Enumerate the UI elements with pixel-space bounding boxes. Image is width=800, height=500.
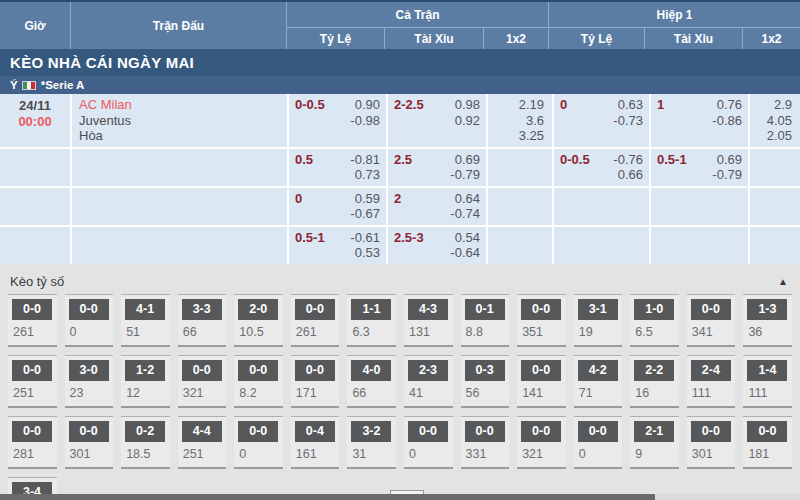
handicap-line: 2-2.5: [394, 97, 424, 144]
score-odds-cell[interactable]: 0-0321: [178, 355, 227, 408]
score-odds-cell[interactable]: 2-341: [404, 355, 453, 408]
handicap-line: 2.5: [394, 152, 412, 183]
handicap-line: 2: [394, 191, 401, 222]
odds-values: 0.69-0.79: [450, 152, 480, 183]
odds-value-bottom: -0.79: [712, 167, 742, 183]
score-odds-cell[interactable]: 0-0341: [687, 294, 736, 347]
score-odds-cell[interactable]: 1-4111: [743, 355, 792, 408]
score-odds-cell[interactable]: 0-4161: [291, 416, 340, 469]
score-odds-cell[interactable]: 4-271: [574, 355, 623, 408]
score-odds-cell[interactable]: 1-06.5: [630, 294, 679, 347]
correct-score-header[interactable]: Kèo tỷ số ▲: [0, 272, 800, 294]
score-odds-cell[interactable]: 0-0261: [8, 294, 57, 347]
h1-1x2-cell[interactable]: 2.94.052.05: [750, 94, 800, 147]
score-odds-cell[interactable]: 4-4251: [178, 416, 227, 469]
handicap-line: 1: [657, 97, 664, 144]
odds-values: 0.90-0.98: [350, 97, 380, 144]
ft-handicap-cell[interactable]: 0.5-0.810.73: [289, 149, 386, 186]
chevron-up-icon[interactable]: ▲: [778, 276, 788, 287]
score-odds-cell[interactable]: 1-16.3: [347, 294, 396, 347]
col-group-fulltime: Cả Trận: [287, 2, 548, 27]
score-odds-cell[interactable]: 4-066: [347, 355, 396, 408]
section-banner-tomorrow-odds: KÈO NHÀ CÁI NGÀY MAI: [0, 49, 800, 76]
ft-1x2-cell[interactable]: 2.193.63.25: [488, 94, 552, 147]
score-odds-cell[interactable]: 0-0181: [743, 416, 792, 469]
odds-values: 0.64-0.74: [450, 191, 480, 222]
score-odds-cell[interactable]: 0-0281: [8, 416, 57, 469]
ft-overunder-cell[interactable]: 2.5-30.54-0.64: [388, 227, 486, 264]
score-odds-cell[interactable]: 0-0141: [517, 355, 566, 408]
away-team[interactable]: Juventus: [79, 113, 281, 129]
h1-handicap-cell[interactable]: 00.63-0.73: [554, 94, 649, 147]
score-odds-cell[interactable]: 0-00: [574, 416, 623, 469]
score-odds-cell[interactable]: 3-231: [347, 416, 396, 469]
score-odds-value: 23: [70, 386, 114, 401]
league-row-serie-a[interactable]: Ý *Serie A: [0, 76, 800, 94]
score-odds-cell[interactable]: 1-336: [743, 294, 792, 347]
score-odds-cell[interactable]: 0-0301: [65, 416, 114, 469]
ft-overunder-cell[interactable]: 20.64-0.74: [388, 188, 486, 225]
score-odds-cell[interactable]: 0-08.2: [234, 355, 283, 408]
ft-handicap-cell[interactable]: 0.5-1-0.610.53: [289, 227, 386, 264]
col-header-h1-handicap: Tỷ Lệ: [549, 28, 644, 49]
score-odds-value: 321: [522, 447, 566, 462]
handicap-line: 0.5-1: [657, 152, 687, 183]
score-odds-cell[interactable]: 2-19: [630, 416, 679, 469]
handicap-line: 0-0.5: [295, 97, 325, 144]
score-odds-cell[interactable]: 0-0171: [291, 355, 340, 408]
h1-overunder-cell[interactable]: 10.76-0.86: [651, 94, 748, 147]
home-team[interactable]: AC Milan: [79, 97, 281, 113]
score-chip: 0-4: [295, 421, 335, 442]
ft-overunder-cell[interactable]: 2.50.69-0.79: [388, 149, 486, 186]
score-odds-cell[interactable]: 4-3131: [404, 294, 453, 347]
score-odds-value: 6.3: [352, 325, 396, 340]
score-chip: 0-0: [521, 360, 561, 381]
h1-1x2-cell: [750, 227, 800, 264]
h1-handicap-cell[interactable]: 0-0.5-0.760.66: [554, 149, 649, 186]
odds-row: 00.59-0.6720.64-0.74: [0, 188, 800, 225]
score-odds-cell[interactable]: 0-00: [65, 294, 114, 347]
odds-value-top: 0.76: [717, 97, 742, 113]
score-odds-cell[interactable]: 0-0251: [8, 355, 57, 408]
score-odds-cell[interactable]: 3-119: [574, 294, 623, 347]
score-odds-cell[interactable]: 0-0301: [687, 416, 736, 469]
h1-1x2-cell: [750, 188, 800, 225]
score-odds-cell[interactable]: 1-212: [121, 355, 170, 408]
horizontal-scrollbar-track[interactable]: [0, 494, 800, 500]
score-odds-cell[interactable]: 4-151: [121, 294, 170, 347]
italy-flag-icon: [22, 81, 36, 90]
score-odds-cell[interactable]: 0-00: [234, 416, 283, 469]
score-odds-cell[interactable]: 0-00: [404, 416, 453, 469]
score-odds-cell[interactable]: 0-0321: [517, 416, 566, 469]
score-chip: 4-3: [408, 299, 448, 320]
score-odds-cell[interactable]: 0-0261: [291, 294, 340, 347]
odds-value-top: -0.61: [350, 230, 380, 246]
score-odds-cell[interactable]: 0-0351: [517, 294, 566, 347]
col-header-time: Giờ: [0, 2, 70, 49]
score-chip: 4-2: [578, 360, 618, 381]
score-odds-cell[interactable]: 0-0331: [461, 416, 510, 469]
draw-label: Hòa: [79, 128, 281, 144]
h1-overunder-cell[interactable]: 0.5-10.69-0.79: [651, 149, 748, 186]
odds-value-bottom: -0.98: [350, 113, 380, 129]
score-odds-value: 41: [409, 386, 453, 401]
score-odds-value: 301: [70, 447, 114, 462]
ft-overunder-cell[interactable]: 2-2.50.980.92: [388, 94, 486, 147]
score-odds-cell[interactable]: 0-356: [461, 355, 510, 408]
score-odds-cell[interactable]: 3-366: [178, 294, 227, 347]
ft-handicap-cell[interactable]: 00.59-0.67: [289, 188, 386, 225]
match-date: 24/11: [6, 98, 64, 114]
score-odds-cell[interactable]: 3-023: [65, 355, 114, 408]
score-odds-cell[interactable]: 2-010.5: [234, 294, 283, 347]
score-odds-cell[interactable]: 0-218.5: [121, 416, 170, 469]
horizontal-scrollbar-thumb[interactable]: [0, 494, 655, 500]
odds-value-bottom: -0.67: [350, 206, 380, 222]
score-odds-cell[interactable]: 2-216: [630, 355, 679, 408]
score-odds-cell[interactable]: 0-18.8: [461, 294, 510, 347]
score-odds-cell[interactable]: 2-4111: [687, 355, 736, 408]
ft-handicap-cell[interactable]: 0-0.50.90-0.98: [289, 94, 386, 147]
score-odds-value: 331: [466, 447, 510, 462]
odds-values: 0.54-0.64: [450, 230, 480, 261]
score-odds-value: 16: [635, 386, 679, 401]
score-row: 0-02610-004-1513-3662-010.50-02611-16.34…: [0, 294, 800, 347]
